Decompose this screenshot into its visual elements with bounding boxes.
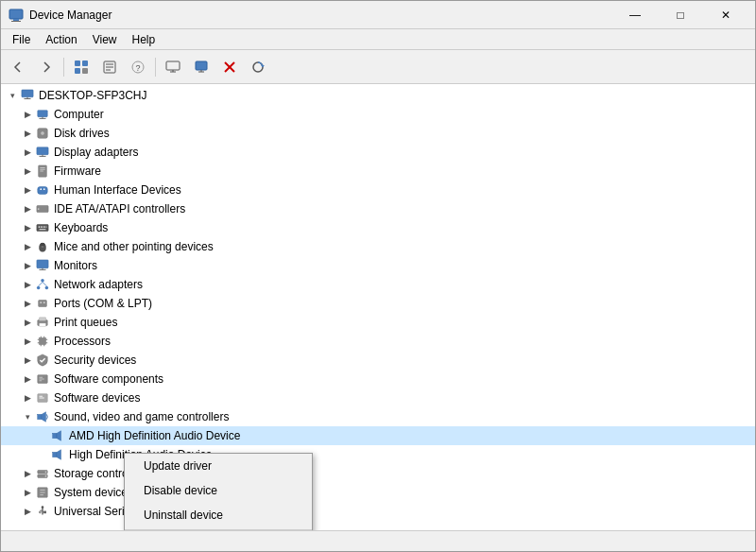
maximize-button[interactable]: □ (659, 1, 702, 29)
root-label: DESKTOP-SFP3CHJ (39, 89, 146, 102)
toolbar-forward[interactable] (33, 54, 60, 80)
tree-item-ide[interactable]: ▶ IDE ATA/ATAPI controllers (1, 199, 755, 218)
svg-point-87 (45, 471, 47, 473)
toolbar-back[interactable] (5, 54, 31, 80)
computer-icon (35, 107, 50, 122)
software-dev-icon (35, 390, 50, 405)
expander-disk[interactable]: ▶ (20, 126, 35, 141)
toolbar-scan[interactable] (245, 54, 271, 80)
security-label: Security devices (54, 354, 136, 367)
svg-rect-13 (166, 61, 180, 70)
tree-item-network[interactable]: ▶ Network adapters (1, 275, 755, 294)
svg-rect-61 (40, 302, 42, 303)
tree-item-security[interactable]: ▶ Security devices (1, 351, 755, 370)
expander-processors[interactable]: ▶ (20, 334, 35, 349)
menu-view[interactable]: View (85, 31, 125, 48)
context-uninstall-device[interactable]: Uninstall device (125, 503, 312, 527)
expander-keyboard[interactable]: ▶ (20, 220, 35, 235)
mice-label: Mice and other pointing devices (54, 240, 214, 253)
software-comp-icon (35, 371, 50, 387)
toolbar-properties[interactable] (96, 54, 123, 80)
hd-audio-icon (50, 447, 65, 462)
ide-icon (35, 201, 50, 216)
tree-item-firmware[interactable]: ▶ Firmware (1, 162, 755, 181)
processors-icon (35, 334, 50, 349)
expander-software-dev[interactable]: ▶ (20, 390, 35, 405)
monitors-label: Monitors (54, 259, 97, 272)
svg-rect-82 (38, 414, 42, 419)
svg-rect-47 (46, 226, 47, 228)
amd-audio-icon (50, 428, 65, 443)
tree-item-hd-audio[interactable]: High Definition Audio Device (1, 445, 755, 464)
svg-rect-52 (37, 260, 48, 268)
firmware-label: Firmware (54, 164, 101, 178)
device-tree[interactable]: ▾ DESKTOP-SFP3CHJ ▶ Computer (1, 84, 755, 530)
menu-file[interactable]: File (5, 31, 38, 48)
main-content: ▾ DESKTOP-SFP3CHJ ▶ Computer (1, 84, 755, 530)
minimize-button[interactable]: — (613, 1, 657, 29)
tree-item-sound[interactable]: ▾ Sound, video and game controllers (1, 407, 755, 426)
svg-rect-83 (53, 433, 57, 438)
expander-system[interactable]: ▶ (20, 485, 35, 500)
tree-item-mice[interactable]: ▶ Mice and other pointing devices (1, 237, 755, 256)
tree-item-amd-audio[interactable]: AMD High Definition Audio Device (1, 426, 755, 445)
context-disable-device[interactable]: Disable device (125, 478, 312, 503)
expander-hid[interactable]: ▶ (20, 182, 35, 198)
computer-label: Computer (54, 108, 104, 121)
expander-storage[interactable]: ▶ (20, 466, 35, 481)
svg-point-40 (43, 188, 45, 190)
title-bar: Device Manager — □ ✕ (1, 1, 755, 29)
tree-item-software-dev[interactable]: ▶ Software devices (1, 388, 755, 407)
tree-item-disk[interactable]: ▶ Disk drives (1, 124, 755, 143)
svg-rect-25 (38, 111, 48, 117)
hid-icon (35, 182, 50, 198)
tree-item-monitors[interactable]: ▶ Monitors (1, 256, 755, 275)
menu-action[interactable]: Action (38, 31, 84, 48)
expander-firmware[interactable]: ▶ (20, 164, 35, 179)
system-icon (35, 485, 50, 500)
expander-mice[interactable]: ▶ (20, 239, 35, 254)
expander-ide[interactable]: ▶ (20, 201, 35, 216)
expander-usb[interactable]: ▶ (20, 504, 35, 519)
expander-sound[interactable]: ▾ (20, 409, 35, 424)
menu-help[interactable]: Help (125, 31, 163, 48)
tree-item-keyboard[interactable]: ▶ Keyboards (1, 218, 755, 237)
software-comp-label: Software components (54, 372, 163, 386)
expander-computer[interactable]: ▶ (20, 107, 35, 122)
tree-item-processors[interactable]: ▶ Processors (1, 332, 755, 351)
tree-item-computer[interactable]: ▶ Computer (1, 105, 755, 124)
expander-software-comp[interactable]: ▶ (20, 371, 35, 387)
tree-item-ports[interactable]: ▶ Ports (COM & LPT) (1, 294, 755, 313)
tree-item-hid[interactable]: ▶ Human Interface Devices (1, 181, 755, 199)
svg-rect-44 (39, 226, 41, 228)
expander-monitors[interactable]: ▶ (20, 258, 35, 273)
svg-rect-5 (75, 68, 80, 74)
expander-security[interactable]: ▶ (20, 353, 35, 368)
tree-item-display[interactable]: ▶ Display adapters (1, 143, 755, 162)
svg-text:?: ? (135, 63, 140, 73)
toolbar-display[interactable] (160, 54, 186, 80)
tree-item-system[interactable]: ▶ System devices (1, 483, 755, 502)
svg-rect-2 (11, 21, 21, 22)
toolbar-update[interactable] (188, 54, 215, 80)
toolbar-uninstall[interactable] (216, 54, 243, 80)
expander-display[interactable]: ▶ (20, 145, 35, 160)
expander-ports[interactable]: ▶ (20, 296, 35, 311)
tree-item-software-comp[interactable]: ▶ Software components (1, 370, 755, 388)
expander-print[interactable]: ▶ (20, 315, 35, 330)
tree-item-usb[interactable]: ▶ Universal Serial Bus controllers (1, 502, 755, 521)
tree-item-print[interactable]: ▶ Print queues (1, 313, 755, 332)
context-update-driver[interactable]: Update driver (125, 454, 312, 478)
toolbar-sep-1 (63, 58, 64, 77)
system-label: System devices (54, 486, 133, 499)
toolbar-show-devices[interactable] (68, 54, 94, 80)
tree-item-storage[interactable]: ▶ Storage controllers (1, 464, 755, 483)
svg-point-39 (40, 188, 42, 190)
expander-network[interactable]: ▶ (20, 277, 35, 292)
tree-root[interactable]: ▾ DESKTOP-SFP3CHJ (1, 86, 755, 105)
window-controls: — □ ✕ (613, 1, 747, 29)
close-button[interactable]: ✕ (704, 1, 747, 29)
toolbar-help[interactable]: ? (125, 54, 151, 80)
svg-point-51 (40, 243, 44, 247)
expander-root[interactable]: ▾ (5, 88, 20, 103)
